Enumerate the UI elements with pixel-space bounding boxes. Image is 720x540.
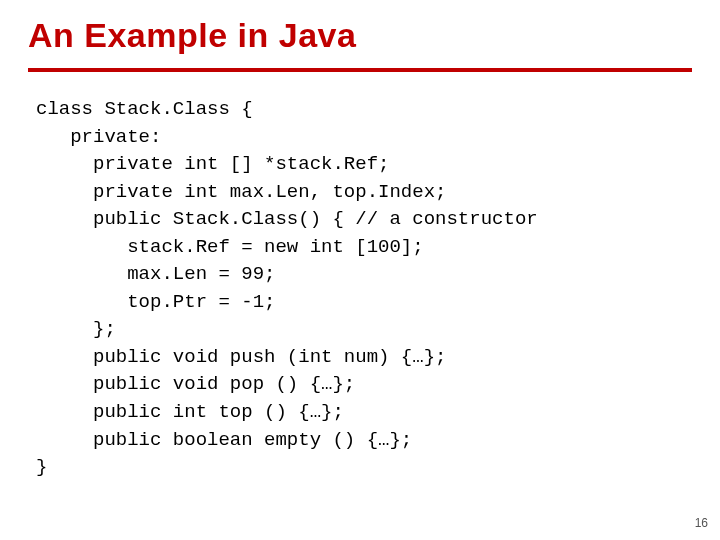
slide-title: An Example in Java <box>28 16 356 55</box>
title-underline <box>28 68 692 72</box>
code-block: class Stack.Class { private: private int… <box>36 96 684 482</box>
page-number: 16 <box>695 516 708 530</box>
slide: An Example in Java class Stack.Class { p… <box>0 0 720 540</box>
